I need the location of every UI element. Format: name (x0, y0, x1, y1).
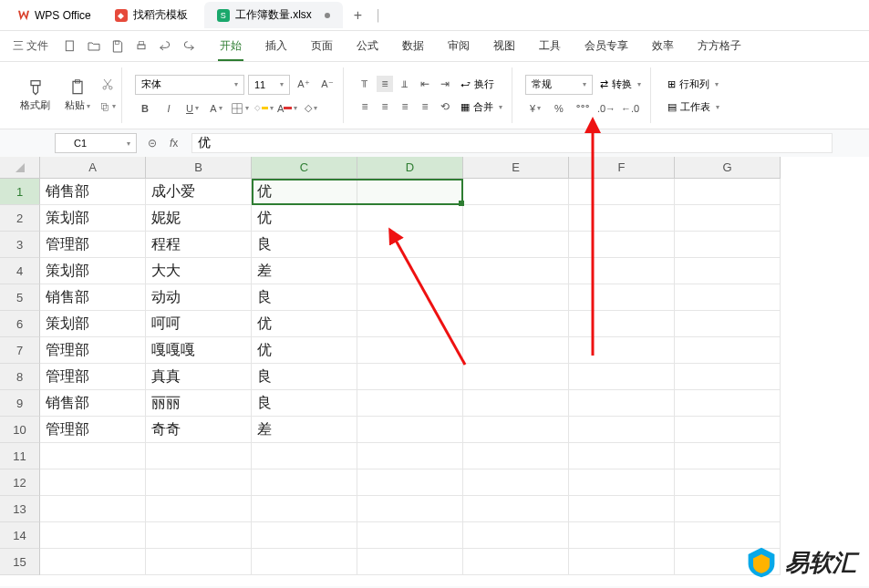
cell[interactable]: 动动 (146, 284, 252, 311)
cell[interactable] (675, 311, 781, 337)
cell[interactable]: 策划部 (40, 311, 146, 337)
cell[interactable] (675, 179, 781, 205)
cell[interactable] (252, 549, 357, 575)
cancel-icon[interactable]: ⊝ (148, 137, 162, 150)
cell[interactable] (463, 232, 569, 258)
cell[interactable] (252, 522, 357, 549)
cell[interactable] (252, 443, 357, 469)
cell[interactable]: 差 (252, 417, 357, 443)
cell[interactable] (357, 522, 463, 549)
cell[interactable] (357, 390, 463, 417)
cell[interactable] (675, 284, 781, 311)
cell[interactable] (357, 232, 463, 258)
font-size-select[interactable]: 11▾ (248, 75, 290, 95)
align-center-icon[interactable]: ≡ (377, 98, 393, 115)
menu-tab-方方格子[interactable]: 方方格子 (687, 31, 752, 61)
tab-template[interactable]: ◆ 找稻壳模板 (102, 2, 201, 28)
spreadsheet-grid[interactable]: ABCDEFG 123456789101112131415 销售部成小爱优策划部… (0, 157, 869, 586)
cell[interactable]: 妮妮 (146, 205, 252, 232)
cell[interactable]: 丽丽 (146, 390, 252, 417)
cell[interactable]: 大大 (146, 258, 252, 284)
cell[interactable] (252, 496, 357, 522)
cell[interactable] (569, 443, 675, 469)
increase-font-icon[interactable]: A⁺ (294, 77, 314, 93)
select-all-corner[interactable] (0, 157, 40, 179)
format-painter-button[interactable]: 格式刷 (15, 77, 56, 114)
fx-icon[interactable]: fx (170, 137, 184, 150)
percent-icon[interactable]: % (549, 100, 569, 117)
cell[interactable] (569, 258, 675, 284)
decrease-decimal-icon[interactable]: ←.0 (620, 100, 640, 117)
cell[interactable] (675, 496, 781, 522)
menu-tab-数据[interactable]: 数据 (391, 31, 435, 61)
border-button[interactable]: ▾ (230, 100, 250, 117)
cell[interactable]: 良 (252, 364, 357, 390)
cut-icon[interactable] (99, 77, 116, 93)
cell[interactable] (252, 469, 357, 496)
italic-button[interactable]: I (159, 100, 179, 117)
menu-tab-视图[interactable]: 视图 (482, 31, 526, 61)
cell[interactable] (146, 549, 252, 575)
cell[interactable] (675, 390, 781, 417)
cell[interactable] (463, 549, 569, 575)
open-icon[interactable] (87, 39, 101, 54)
cell[interactable] (357, 549, 463, 575)
cell[interactable]: 管理部 (40, 232, 146, 258)
wrap-text-button[interactable]: ⮐换行 (457, 76, 498, 93)
row-header[interactable]: 2 (0, 205, 40, 232)
cell[interactable] (357, 337, 463, 364)
cell[interactable] (675, 417, 781, 443)
cell[interactable]: 策划部 (40, 258, 146, 284)
row-header[interactable]: 3 (0, 232, 40, 258)
cell[interactable]: 良 (252, 284, 357, 311)
cell[interactable] (569, 179, 675, 205)
row-header[interactable]: 8 (0, 364, 40, 390)
cell[interactable] (40, 443, 146, 469)
menu-tab-工具[interactable]: 工具 (528, 31, 572, 61)
underline-button[interactable]: U▾ (182, 100, 202, 117)
cell[interactable] (569, 284, 675, 311)
new-icon[interactable] (63, 39, 78, 54)
save-icon[interactable] (110, 39, 125, 54)
cell[interactable] (357, 364, 463, 390)
menu-tab-审阅[interactable]: 审阅 (437, 31, 481, 61)
row-header[interactable]: 15 (0, 549, 40, 575)
paste-button[interactable]: 粘贴▾ (59, 77, 96, 114)
row-header[interactable]: 14 (0, 522, 40, 549)
cell[interactable] (463, 205, 569, 232)
cell[interactable] (357, 258, 463, 284)
col-header-F[interactable]: F (569, 157, 675, 179)
file-menu[interactable]: 三 文件 (7, 35, 54, 57)
cell[interactable] (569, 469, 675, 496)
bold-button[interactable]: B (135, 100, 155, 117)
cell[interactable]: 策划部 (40, 205, 146, 232)
menu-tab-插入[interactable]: 插入 (254, 31, 298, 61)
cell[interactable] (463, 496, 569, 522)
worksheet-button[interactable]: ▤工作表▾ (664, 98, 723, 116)
cell[interactable] (569, 417, 675, 443)
cell[interactable] (463, 522, 569, 549)
cell[interactable] (463, 364, 569, 390)
name-box[interactable]: C1▾ (55, 133, 137, 153)
cell[interactable] (675, 522, 781, 549)
col-header-D[interactable]: D (357, 157, 463, 179)
cell[interactable] (569, 522, 675, 549)
cell[interactable]: 优 (252, 337, 357, 364)
align-middle-icon[interactable]: ≡ (377, 76, 393, 92)
align-bottom-icon[interactable]: ⫫ (397, 76, 413, 92)
rows-cols-button[interactable]: ⊞行和列▾ (664, 76, 723, 93)
cell[interactable]: 优 (252, 179, 357, 205)
font-name-select[interactable]: 宋体▾ (135, 75, 244, 95)
cell[interactable]: 成小爱 (146, 179, 252, 205)
cell[interactable] (569, 390, 675, 417)
cell[interactable] (675, 469, 781, 496)
cell[interactable] (675, 258, 781, 284)
cell[interactable] (357, 469, 463, 496)
menu-tab-公式[interactable]: 公式 (346, 31, 389, 61)
cell[interactable] (675, 205, 781, 232)
cell[interactable]: 管理部 (40, 417, 146, 443)
fill-color-button[interactable]: ▾ (253, 100, 274, 117)
merge-button[interactable]: ▦合并▾ (457, 98, 506, 116)
cell[interactable]: 嘎嘎嘎 (146, 337, 252, 364)
redo-icon[interactable] (181, 39, 196, 54)
